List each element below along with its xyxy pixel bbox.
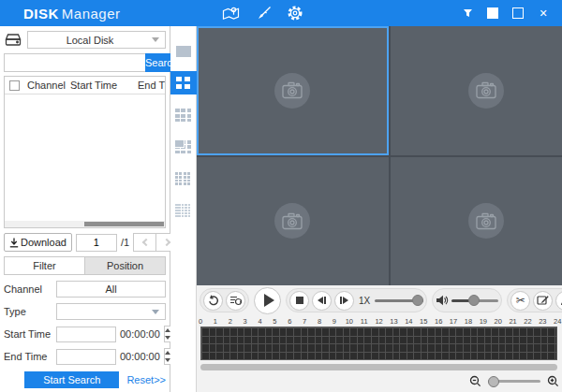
channel-row: Channel All xyxy=(4,281,166,298)
channel-dropdown[interactable]: All xyxy=(56,281,166,298)
zoom-slider-knob[interactable] xyxy=(488,376,499,387)
page-number-input[interactable] xyxy=(76,234,117,252)
hour-label: 16 xyxy=(435,317,442,326)
triangle-up-icon xyxy=(165,328,170,332)
gear-icon[interactable] xyxy=(287,5,303,22)
step-forward-icon xyxy=(340,297,348,304)
map-pin-icon[interactable] xyxy=(222,6,240,22)
play-icon xyxy=(264,294,274,307)
filter-icon[interactable] xyxy=(462,7,473,19)
timeline: 0123456789101112131415161718192021222324 xyxy=(197,315,562,360)
disk-dropdown[interactable]: Local Disk xyxy=(27,31,166,49)
hour-label: 24 xyxy=(554,317,561,326)
video-pane-2[interactable] xyxy=(391,26,562,155)
download-label: Download xyxy=(21,237,67,248)
column-header-end-time[interactable]: End Time xyxy=(138,80,165,91)
snapshot-icon xyxy=(537,295,549,306)
layout-9-view-button[interactable] xyxy=(170,103,197,126)
brush-icon[interactable] xyxy=(255,6,272,22)
video-pane-3[interactable] xyxy=(197,157,389,286)
minimize-button[interactable] xyxy=(487,7,498,19)
end-time-row: End Time 00:00:00 xyxy=(4,348,166,365)
end-time-spin-up[interactable] xyxy=(165,349,170,356)
timeline-horizontal-scrollbar[interactable] xyxy=(200,364,557,370)
video-pane-1[interactable] xyxy=(197,26,389,155)
layout-25-view-button[interactable] xyxy=(170,198,197,222)
start-time-spin-down[interactable] xyxy=(165,334,170,341)
sync-play-button[interactable] xyxy=(226,291,245,311)
layout-4-view-button[interactable] xyxy=(170,71,197,94)
end-date-input[interactable] xyxy=(56,349,116,365)
hour-label: 8 xyxy=(318,317,321,326)
layout-16-view-button[interactable] xyxy=(170,167,197,190)
layout-1-view-button[interactable] xyxy=(170,39,197,63)
stop-button[interactable] xyxy=(289,291,309,311)
table-horizontal-scrollbar[interactable] xyxy=(5,221,165,227)
hour-label: 20 xyxy=(495,317,502,326)
speed-slider-knob[interactable] xyxy=(412,295,423,306)
hour-label: 1 xyxy=(214,317,217,326)
form-actions-row: Start Search Reset>> xyxy=(4,371,166,388)
search-row: Search xyxy=(4,53,166,72)
table-scrollbar-thumb[interactable] xyxy=(84,222,165,226)
play-button[interactable] xyxy=(254,287,281,314)
tab-filter[interactable]: Filter xyxy=(5,257,84,274)
previous-page-button[interactable] xyxy=(133,233,156,252)
hour-label: 18 xyxy=(465,317,472,326)
return-button[interactable] xyxy=(203,291,223,311)
hour-label: 11 xyxy=(361,317,368,326)
pager-row: Download /1 xyxy=(4,233,166,252)
hour-label: 19 xyxy=(480,317,487,326)
zoom-in-button[interactable] xyxy=(547,375,559,387)
timeline-zoom-slider[interactable] xyxy=(488,380,540,383)
start-search-button[interactable]: Start Search xyxy=(24,371,119,388)
speaker-icon[interactable] xyxy=(436,295,449,306)
layout-4-view-icon xyxy=(176,77,190,89)
layout-9-view-icon xyxy=(175,109,191,122)
start-time-clock[interactable]: 00:00:00 xyxy=(120,328,160,340)
step-back-button[interactable] xyxy=(312,291,332,311)
speed-slider[interactable] xyxy=(375,299,423,302)
type-dropdown[interactable] xyxy=(56,303,166,320)
download-icon xyxy=(9,238,19,248)
column-header-start-time[interactable]: Start Time xyxy=(70,80,138,91)
tab-position[interactable]: Position xyxy=(84,257,165,274)
zoom-out-button[interactable] xyxy=(469,375,481,387)
start-time-row: Start Time 00:00:00 xyxy=(4,326,166,342)
search-input[interactable] xyxy=(4,53,145,72)
reset-link[interactable]: Reset>> xyxy=(126,374,166,385)
hour-label: 22 xyxy=(524,317,531,326)
clip-button[interactable]: ✂ xyxy=(510,291,530,311)
hour-label: 13 xyxy=(390,317,397,326)
camera-icon xyxy=(281,211,303,231)
zoom-in-icon xyxy=(547,375,559,387)
hour-label: 0 xyxy=(199,317,202,326)
download-button[interactable]: Download xyxy=(4,233,72,252)
end-time-spin-down[interactable] xyxy=(165,356,170,364)
start-time-spin-up[interactable] xyxy=(165,327,170,334)
hour-label: 6 xyxy=(288,317,291,326)
video-pane-4[interactable] xyxy=(391,157,562,286)
column-header-channel[interactable]: Channel xyxy=(27,80,70,91)
end-time-clock[interactable]: 00:00:00 xyxy=(120,351,160,362)
timeline-hours: 0123456789101112131415161718192021222324 xyxy=(200,316,557,327)
main-area: 1X ✂ xyxy=(197,26,562,392)
triangle-down-icon xyxy=(165,336,170,340)
camera-placeholder xyxy=(274,203,310,239)
speed-label: 1X xyxy=(357,296,372,306)
snapshot-button[interactable] xyxy=(533,291,553,311)
volume-slider-knob[interactable] xyxy=(468,295,480,306)
layout-6-view-button[interactable] xyxy=(170,135,197,158)
return-group xyxy=(200,288,249,312)
step-forward-button[interactable] xyxy=(334,291,354,311)
sync-play-icon xyxy=(229,295,242,306)
volume-slider[interactable] xyxy=(451,299,498,302)
maximize-button[interactable] xyxy=(512,7,524,19)
close-button[interactable]: ✕ xyxy=(538,7,549,19)
camera-icon xyxy=(475,80,497,100)
timeline-grid[interactable] xyxy=(200,327,557,360)
select-all-checkbox[interactable] xyxy=(9,80,20,91)
start-date-input[interactable] xyxy=(56,327,116,342)
hour-label: 4 xyxy=(258,317,261,326)
person-button[interactable] xyxy=(555,291,562,311)
